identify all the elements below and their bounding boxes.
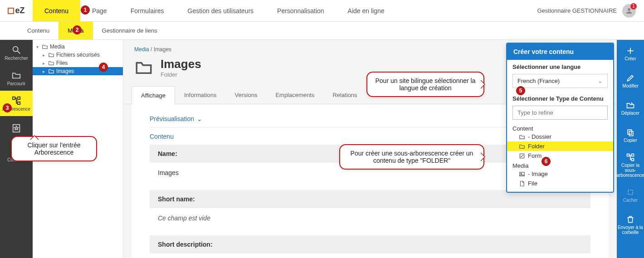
copy-icon xyxy=(626,128,635,137)
ct-group-content: Content xyxy=(507,123,613,132)
topnav-contenu[interactable]: Contenu xyxy=(33,0,80,21)
ct-item-file[interactable]: File xyxy=(507,179,613,188)
field-shortname-label: Short name: xyxy=(150,190,590,208)
svg-rect-3 xyxy=(13,97,15,99)
ct-item-label: Form xyxy=(528,152,542,159)
action-hide-label: Cacher xyxy=(623,198,638,203)
field-shortname-value: Ce champ est vide xyxy=(150,208,590,231)
svg-rect-5 xyxy=(18,102,20,104)
action-hide[interactable]: Cacher xyxy=(617,181,644,209)
action-send-trash[interactable]: Envoyer à la corbeille xyxy=(617,209,644,241)
action-move[interactable]: Déplacer xyxy=(617,94,644,122)
bookmark-icon xyxy=(11,123,21,133)
tree-node-images[interactable]: ▸ Images xyxy=(33,67,123,75)
callout-lang: Pour un site bilingue sélectionner la la… xyxy=(366,72,484,97)
page-subtitle: Folder xyxy=(161,71,201,78)
popover-title: Créer votre contenu xyxy=(507,44,613,60)
logo[interactable]: eZ xyxy=(0,0,33,21)
form-icon xyxy=(519,153,525,159)
rail-search-label: Rechercher xyxy=(5,56,28,61)
popover-lang-label: Sélectionner une langue xyxy=(507,60,613,72)
tree-icon xyxy=(11,96,21,106)
hide-icon xyxy=(626,188,635,197)
ct-group-media: Media xyxy=(507,161,613,169)
rail-browse-label: Parcourir xyxy=(7,81,26,86)
ct-item-form[interactable]: Form xyxy=(507,151,613,161)
breadcrumb-current: Images xyxy=(154,46,171,53)
tree-node-label: Files xyxy=(56,60,68,66)
annotation-badge-1: 1 xyxy=(81,5,90,15)
type-refine-wrapper xyxy=(512,106,608,120)
callout-folder: Pour créer une sous-arborescence créer u… xyxy=(339,144,484,170)
tab-relations[interactable]: Relations xyxy=(323,86,366,104)
tree-node-media[interactable]: ▾ Media xyxy=(33,43,123,51)
svg-rect-12 xyxy=(632,154,634,156)
tab-informations[interactable]: Informations xyxy=(175,86,226,104)
top-nav: Contenu Page Formulaires Gestion des uti… xyxy=(33,0,529,21)
action-send-trash-label: Envoyer à la corbeille xyxy=(618,225,643,235)
type-refine-input[interactable] xyxy=(512,106,608,120)
rail-browse[interactable]: Parcourir xyxy=(0,65,33,91)
svg-rect-14 xyxy=(628,190,633,195)
top-navbar: eZ Contenu Page Formulaires Gestion des … xyxy=(0,0,644,22)
svg-point-1 xyxy=(13,46,18,51)
annotation-badge-2: 2 xyxy=(73,25,82,34)
svg-rect-4 xyxy=(18,97,20,99)
image-icon xyxy=(519,171,525,177)
topnav-personnalisation[interactable]: Personnalisation xyxy=(265,0,336,21)
right-action-rail: Créer Modifier Déplacer Copier Copier la… xyxy=(617,40,644,258)
search-icon xyxy=(11,45,21,55)
folder-icon xyxy=(42,44,48,50)
topnav-aide[interactable]: Aide en ligne xyxy=(336,0,396,21)
action-move-label: Déplacer xyxy=(621,111,639,116)
folder-icon xyxy=(48,52,54,58)
pencil-icon xyxy=(626,73,635,83)
tab-affichage[interactable]: Affichage xyxy=(132,86,175,104)
sub-tabs: Contenu Média Gestionnaire de liens xyxy=(0,22,644,40)
folder-icon xyxy=(519,134,525,140)
topnav-gestion-utilisateurs[interactable]: Gestion des utilisateurs xyxy=(176,0,266,21)
action-edit[interactable]: Modifier xyxy=(617,67,644,94)
ct-item-dossier[interactable]: - Dossier xyxy=(507,132,613,141)
language-select-value: French (France) xyxy=(517,78,560,84)
tree-node-fichiers-securises[interactable]: ▸ Fichiers sécurisés xyxy=(33,51,123,59)
topnav-formulaires[interactable]: Formulaires xyxy=(119,0,176,21)
caret-down-icon: ▾ xyxy=(36,44,40,49)
tree-node-label: Media xyxy=(50,44,65,50)
svg-rect-13 xyxy=(632,158,634,161)
action-edit-label: Modifier xyxy=(622,83,639,88)
trash-send-icon xyxy=(626,215,635,224)
breadcrumb-sep: / xyxy=(151,46,154,53)
tree-copy-icon xyxy=(626,153,635,162)
subtab-liens[interactable]: Gestionnaire de liens xyxy=(93,22,166,39)
language-select[interactable]: French (France) xyxy=(512,74,608,88)
caret-right-icon: ▸ xyxy=(43,61,46,66)
action-copy[interactable]: Copier xyxy=(617,122,644,149)
action-create[interactable]: Créer xyxy=(617,40,644,67)
annotation-badge-5: 5 xyxy=(516,86,525,95)
user-label: Gestionnaire GESTIONNAIRE xyxy=(537,7,617,14)
action-copy-subtree[interactable]: Copier la sous-arborescence xyxy=(617,149,644,181)
tree-node-files[interactable]: ▸ Files xyxy=(33,59,123,67)
svg-point-0 xyxy=(628,8,630,11)
logo-text: eZ xyxy=(15,6,24,15)
action-create-label: Créer xyxy=(624,56,636,61)
action-copy-subtree-label: Copier la sous-arborescence xyxy=(617,163,644,178)
avatar[interactable]: 1 xyxy=(622,4,636,18)
field-shortdesc-label: Short description: xyxy=(150,235,590,253)
create-content-popover: Créer votre contenu Sélectionner une lan… xyxy=(506,43,614,193)
folder-icon xyxy=(48,60,54,66)
ct-item-folder[interactable]: Folder xyxy=(507,141,613,151)
ct-item-image[interactable]: - Image xyxy=(507,169,613,179)
annotation-badge-6: 6 xyxy=(542,157,551,166)
rail-search[interactable]: Rechercher xyxy=(0,40,33,65)
annotation-badge-4: 4 xyxy=(99,63,108,72)
tab-emplacements[interactable]: Emplacements xyxy=(266,86,323,104)
subtab-contenu[interactable]: Contenu xyxy=(18,22,59,39)
user-area[interactable]: Gestionnaire GESTIONNAIRE 1 xyxy=(529,0,644,21)
preview-toggle[interactable]: Prévisualisation xyxy=(150,113,202,127)
page-title: Images xyxy=(161,57,201,71)
plus-icon xyxy=(626,46,635,55)
breadcrumb-root[interactable]: Media xyxy=(134,46,149,53)
tab-versions[interactable]: Versions xyxy=(226,86,267,104)
